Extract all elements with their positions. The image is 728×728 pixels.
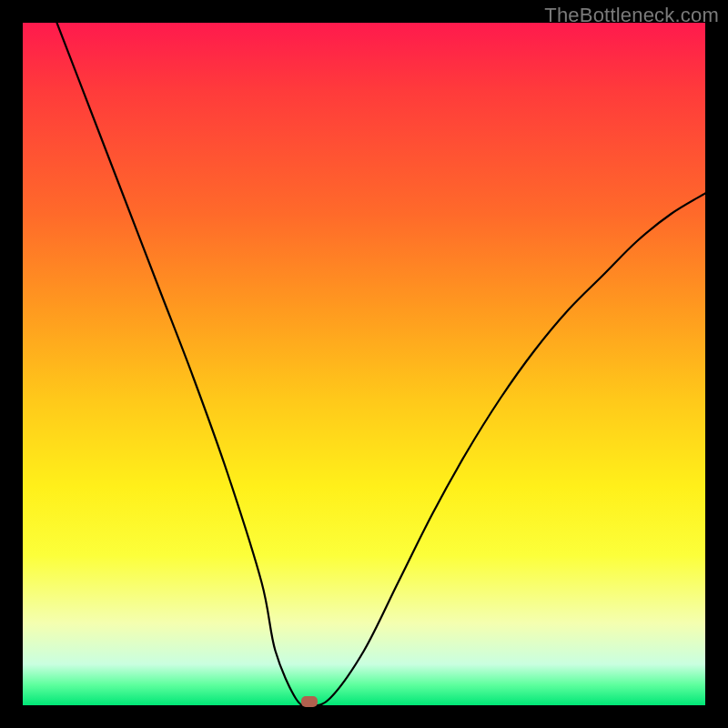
watermark-text: TheBottleneck.com — [544, 4, 719, 27]
chart-frame: TheBottleneck.com — [0, 0, 728, 728]
optimal-point-marker — [301, 696, 318, 707]
bottleneck-curve — [23, 23, 705, 705]
plot-area — [23, 23, 705, 705]
